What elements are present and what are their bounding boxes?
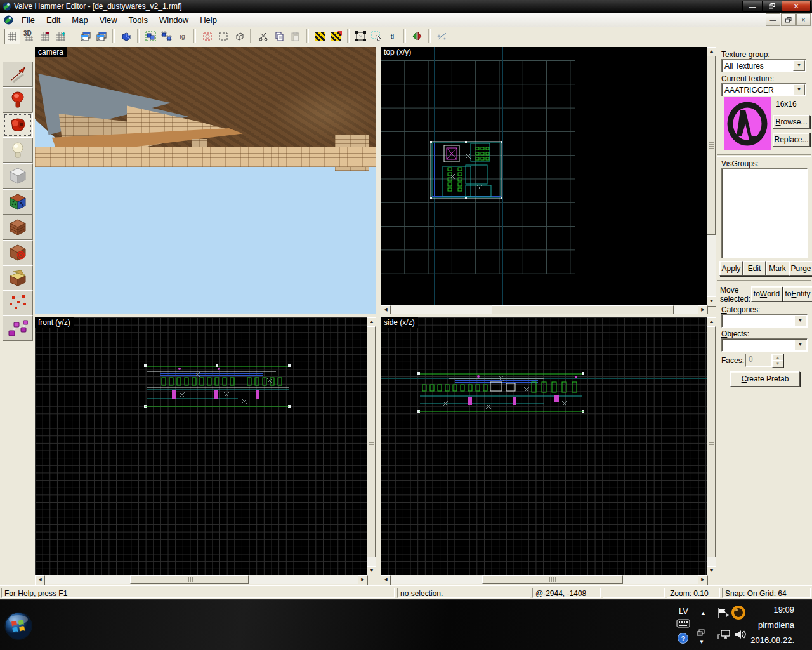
chevron-down-icon[interactable]: ▼ xyxy=(794,340,806,350)
cut-button[interactable] xyxy=(256,29,271,44)
ignore-groups-button[interactable]: ig xyxy=(175,29,190,44)
copy-button[interactable] xyxy=(272,29,287,44)
selection-tool-button[interactable] xyxy=(3,62,33,87)
visgroup-edit-button[interactable]: Edit xyxy=(743,261,766,276)
larger-grid-button[interactable] xyxy=(53,29,68,44)
top-view-hscrollbar[interactable]: ◀ ▶ xyxy=(381,305,707,314)
ungroup-button[interactable] xyxy=(159,29,174,44)
save-window-state-button[interactable]: S xyxy=(94,29,108,44)
clipping-tool-button[interactable] xyxy=(3,265,33,291)
apply-current-texture-button[interactable] xyxy=(3,215,33,240)
scroll-thumb[interactable] xyxy=(707,56,716,235)
path-tool-button[interactable] xyxy=(3,315,33,341)
menu-file[interactable]: File xyxy=(16,13,41,27)
cordon-button[interactable] xyxy=(232,29,246,44)
scroll-down-icon[interactable]: ▼ xyxy=(367,566,376,576)
front-view-vscrollbar[interactable]: ▲ ▼ xyxy=(367,317,376,575)
window-utility-icon[interactable] xyxy=(697,629,705,637)
visgroups-listbox[interactable] xyxy=(721,168,808,258)
group-button[interactable] xyxy=(143,29,158,44)
scroll-down-icon[interactable]: ▼ xyxy=(707,296,716,307)
replace-button[interactable]: Replace... xyxy=(773,133,810,147)
viewport-label-top[interactable]: top (x/y) xyxy=(381,47,414,57)
spinner-down-icon[interactable]: ▼ xyxy=(772,360,783,368)
scroll-right-icon[interactable]: ▶ xyxy=(358,575,368,585)
scroll-thumb[interactable] xyxy=(707,326,716,557)
viewport-3d-camera[interactable]: camera xyxy=(35,47,376,314)
faces-spinner[interactable]: ▲ ▼ xyxy=(772,354,782,366)
tray-clock-date[interactable]: 2016.08.22. xyxy=(747,635,794,645)
toggle-grid-button[interactable] xyxy=(4,29,20,44)
viewport-label-camera[interactable]: camera xyxy=(35,47,67,57)
scroll-left-icon[interactable]: ◀ xyxy=(35,575,45,585)
visgroup-purge-button[interactable]: Purge xyxy=(789,261,812,276)
check-map-button[interactable] xyxy=(435,29,449,44)
help-icon[interactable]: ? xyxy=(678,633,688,644)
restore-button[interactable] xyxy=(762,1,782,12)
vertex-tool-button[interactable] xyxy=(3,290,33,315)
viewport-label-side[interactable]: side (x/z) xyxy=(381,317,418,328)
categories-select[interactable]: ▼ xyxy=(721,314,808,328)
scroll-thumb[interactable] xyxy=(367,326,376,557)
flip-objects-button[interactable] xyxy=(410,29,424,44)
volume-icon[interactable] xyxy=(734,629,747,640)
top-view-canvas[interactable]: top (x/y) xyxy=(381,47,707,305)
show-hidden-icons-button[interactable]: ▲ xyxy=(700,610,706,616)
menu-map[interactable]: Map xyxy=(66,13,93,27)
to-entity-button[interactable]: toEntity xyxy=(783,286,812,302)
toggle-texture-application-button[interactable] xyxy=(3,189,33,215)
toggle-3d-grid-button[interactable]: 3D xyxy=(22,29,36,44)
browse-button[interactable]: Browse... xyxy=(773,115,810,129)
visgroup-apply-button[interactable]: Apply xyxy=(719,261,743,276)
start-button[interactable] xyxy=(4,611,33,640)
menu-edit[interactable]: Edit xyxy=(41,13,66,27)
side-view-hscrollbar[interactable]: ◀ ▶ xyxy=(381,575,707,584)
chevron-down-icon[interactable]: ▼ xyxy=(794,315,806,326)
scroll-left-icon[interactable]: ◀ xyxy=(381,305,391,314)
top-view-vscrollbar[interactable]: ▲ ▼ xyxy=(707,47,716,305)
create-prefab-button[interactable]: Create Prefab xyxy=(730,371,800,387)
chevron-down-icon[interactable]: ▼ xyxy=(699,639,704,645)
objects-select[interactable]: ▼ xyxy=(721,338,808,352)
mdi-restore-button[interactable] xyxy=(781,13,796,26)
texture-lock-toggle-button[interactable]: tl xyxy=(385,29,400,44)
chevron-down-icon[interactable]: ▼ xyxy=(793,60,805,71)
scroll-thumb[interactable] xyxy=(492,305,674,314)
scroll-thumb[interactable] xyxy=(482,575,623,584)
orange-ring-app-icon[interactable] xyxy=(731,605,746,620)
front-view-canvas[interactable]: front (y/z) xyxy=(35,317,367,575)
tray-clock-time[interactable]: 19:09 xyxy=(752,605,794,614)
current-texture-select[interactable]: AAATRIGGER ▼ xyxy=(721,83,806,96)
network-icon[interactable] xyxy=(717,629,731,640)
entity-tool-button[interactable] xyxy=(3,138,33,163)
block-tool-button[interactable] xyxy=(3,163,33,189)
load-window-state-button[interactable]: L xyxy=(78,29,93,44)
hide-selected-button[interactable] xyxy=(200,29,214,44)
smaller-grid-button[interactable] xyxy=(37,29,52,44)
scroll-right-icon[interactable]: ▶ xyxy=(698,305,708,314)
close-button[interactable]: × xyxy=(782,1,811,12)
tray-clock-day[interactable]: pirmdiena xyxy=(752,620,794,630)
scroll-down-icon[interactable]: ▼ xyxy=(707,566,716,576)
magnify-tool-button[interactable] xyxy=(3,87,33,112)
faces-input[interactable]: 0 xyxy=(745,354,772,367)
show-hidden-button[interactable] xyxy=(216,29,230,44)
marquee-select-button[interactable] xyxy=(369,29,384,44)
mdi-close-button[interactable]: × xyxy=(796,13,811,26)
menu-view[interactable]: View xyxy=(94,13,123,27)
paste-button[interactable] xyxy=(288,29,303,44)
visgroup-mark-button[interactable]: Mark xyxy=(766,261,789,276)
action-center-flag-icon[interactable] xyxy=(717,607,730,618)
texture-group-select[interactable]: All Textures ▼ xyxy=(721,59,806,72)
texture-lock-button[interactable] xyxy=(313,29,327,44)
menu-tools[interactable]: Tools xyxy=(123,13,154,27)
minimize-button[interactable]: — xyxy=(742,1,763,12)
chevron-down-icon[interactable]: ▼ xyxy=(793,84,805,95)
menu-window[interactable]: Window xyxy=(154,13,194,27)
side-view-vscrollbar[interactable]: ▲ ▼ xyxy=(707,317,716,575)
tray-language-indicator[interactable]: LV xyxy=(679,606,688,616)
keyboard-icon[interactable] xyxy=(676,619,690,628)
side-view-canvas[interactable]: side (x/z) xyxy=(381,317,707,575)
apply-decals-button[interactable] xyxy=(3,240,33,265)
camera-tool-button[interactable] xyxy=(3,112,33,138)
